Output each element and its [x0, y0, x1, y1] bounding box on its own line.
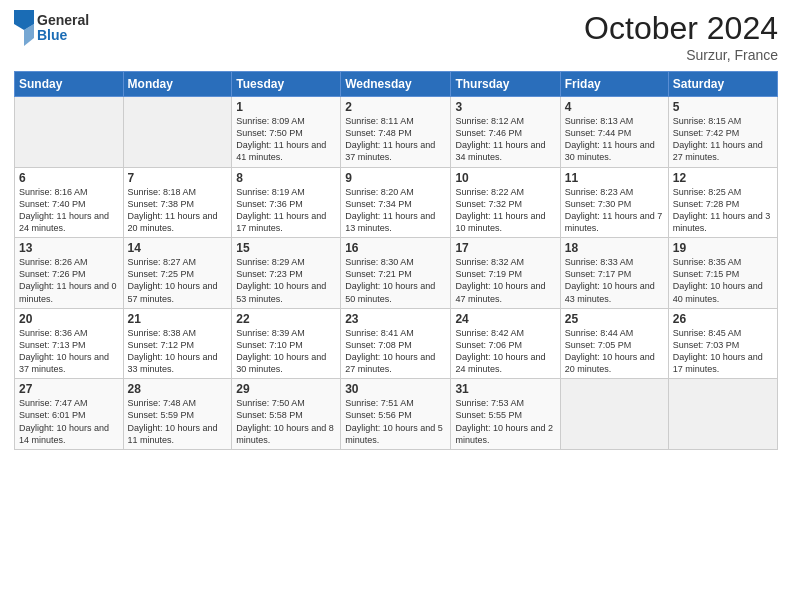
- calendar-cell: 14Sunrise: 8:27 AMSunset: 7:25 PMDayligh…: [123, 238, 232, 309]
- day-info: Sunrise: 8:16 AMSunset: 7:40 PMDaylight:…: [19, 186, 119, 235]
- col-tuesday: Tuesday: [232, 72, 341, 97]
- day-info: Sunrise: 8:09 AMSunset: 7:50 PMDaylight:…: [236, 115, 336, 164]
- calendar-week-row: 1Sunrise: 8:09 AMSunset: 7:50 PMDaylight…: [15, 97, 778, 168]
- calendar-cell: 11Sunrise: 8:23 AMSunset: 7:30 PMDayligh…: [560, 167, 668, 238]
- calendar-cell: 18Sunrise: 8:33 AMSunset: 7:17 PMDayligh…: [560, 238, 668, 309]
- day-number: 26: [673, 312, 773, 326]
- day-number: 18: [565, 241, 664, 255]
- calendar-cell: 25Sunrise: 8:44 AMSunset: 7:05 PMDayligh…: [560, 308, 668, 379]
- day-info: Sunrise: 8:42 AMSunset: 7:06 PMDaylight:…: [455, 327, 555, 376]
- day-number: 21: [128, 312, 228, 326]
- calendar-cell: [668, 379, 777, 450]
- calendar-cell: 23Sunrise: 8:41 AMSunset: 7:08 PMDayligh…: [341, 308, 451, 379]
- col-thursday: Thursday: [451, 72, 560, 97]
- day-info: Sunrise: 7:51 AMSunset: 5:56 PMDaylight:…: [345, 397, 446, 446]
- day-number: 17: [455, 241, 555, 255]
- day-info: Sunrise: 8:41 AMSunset: 7:08 PMDaylight:…: [345, 327, 446, 376]
- day-number: 30: [345, 382, 446, 396]
- calendar-cell: 13Sunrise: 8:26 AMSunset: 7:26 PMDayligh…: [15, 238, 124, 309]
- calendar-week-row: 13Sunrise: 8:26 AMSunset: 7:26 PMDayligh…: [15, 238, 778, 309]
- day-info: Sunrise: 8:15 AMSunset: 7:42 PMDaylight:…: [673, 115, 773, 164]
- day-info: Sunrise: 7:47 AMSunset: 6:01 PMDaylight:…: [19, 397, 119, 446]
- day-number: 7: [128, 171, 228, 185]
- day-number: 12: [673, 171, 773, 185]
- day-number: 23: [345, 312, 446, 326]
- calendar-cell: 1Sunrise: 8:09 AMSunset: 7:50 PMDaylight…: [232, 97, 341, 168]
- calendar-cell: 4Sunrise: 8:13 AMSunset: 7:44 PMDaylight…: [560, 97, 668, 168]
- location: Surzur, France: [584, 47, 778, 63]
- calendar-cell: 5Sunrise: 8:15 AMSunset: 7:42 PMDaylight…: [668, 97, 777, 168]
- day-info: Sunrise: 8:36 AMSunset: 7:13 PMDaylight:…: [19, 327, 119, 376]
- day-info: Sunrise: 8:38 AMSunset: 7:12 PMDaylight:…: [128, 327, 228, 376]
- day-info: Sunrise: 8:18 AMSunset: 7:38 PMDaylight:…: [128, 186, 228, 235]
- day-number: 22: [236, 312, 336, 326]
- day-info: Sunrise: 8:19 AMSunset: 7:36 PMDaylight:…: [236, 186, 336, 235]
- day-info: Sunrise: 8:45 AMSunset: 7:03 PMDaylight:…: [673, 327, 773, 376]
- day-number: 4: [565, 100, 664, 114]
- day-info: Sunrise: 8:12 AMSunset: 7:46 PMDaylight:…: [455, 115, 555, 164]
- calendar-cell: 9Sunrise: 8:20 AMSunset: 7:34 PMDaylight…: [341, 167, 451, 238]
- day-info: Sunrise: 8:27 AMSunset: 7:25 PMDaylight:…: [128, 256, 228, 305]
- day-number: 27: [19, 382, 119, 396]
- day-info: Sunrise: 8:22 AMSunset: 7:32 PMDaylight:…: [455, 186, 555, 235]
- day-info: Sunrise: 8:23 AMSunset: 7:30 PMDaylight:…: [565, 186, 664, 235]
- day-info: Sunrise: 8:11 AMSunset: 7:48 PMDaylight:…: [345, 115, 446, 164]
- day-number: 15: [236, 241, 336, 255]
- day-info: Sunrise: 8:26 AMSunset: 7:26 PMDaylight:…: [19, 256, 119, 305]
- logo-flag-icon: [14, 10, 34, 46]
- col-friday: Friday: [560, 72, 668, 97]
- day-number: 8: [236, 171, 336, 185]
- calendar-cell: [15, 97, 124, 168]
- col-wednesday: Wednesday: [341, 72, 451, 97]
- month-title: October 2024: [584, 10, 778, 47]
- calendar-cell: 17Sunrise: 8:32 AMSunset: 7:19 PMDayligh…: [451, 238, 560, 309]
- col-saturday: Saturday: [668, 72, 777, 97]
- calendar-cell: 22Sunrise: 8:39 AMSunset: 7:10 PMDayligh…: [232, 308, 341, 379]
- calendar-cell: 21Sunrise: 8:38 AMSunset: 7:12 PMDayligh…: [123, 308, 232, 379]
- col-monday: Monday: [123, 72, 232, 97]
- page-container: General Blue October 2024 Surzur, France…: [0, 0, 792, 460]
- calendar-cell: 16Sunrise: 8:30 AMSunset: 7:21 PMDayligh…: [341, 238, 451, 309]
- calendar-cell: 26Sunrise: 8:45 AMSunset: 7:03 PMDayligh…: [668, 308, 777, 379]
- day-number: 2: [345, 100, 446, 114]
- logo-blue-text: Blue: [37, 28, 89, 43]
- day-info: Sunrise: 8:44 AMSunset: 7:05 PMDaylight:…: [565, 327, 664, 376]
- day-number: 20: [19, 312, 119, 326]
- day-number: 3: [455, 100, 555, 114]
- day-number: 29: [236, 382, 336, 396]
- day-number: 5: [673, 100, 773, 114]
- day-number: 1: [236, 100, 336, 114]
- calendar-cell: 29Sunrise: 7:50 AMSunset: 5:58 PMDayligh…: [232, 379, 341, 450]
- days-header-row: Sunday Monday Tuesday Wednesday Thursday…: [15, 72, 778, 97]
- calendar-cell: 6Sunrise: 8:16 AMSunset: 7:40 PMDaylight…: [15, 167, 124, 238]
- day-number: 14: [128, 241, 228, 255]
- header: General Blue October 2024 Surzur, France: [14, 10, 778, 63]
- calendar-cell: 10Sunrise: 8:22 AMSunset: 7:32 PMDayligh…: [451, 167, 560, 238]
- calendar-cell: 7Sunrise: 8:18 AMSunset: 7:38 PMDaylight…: [123, 167, 232, 238]
- day-number: 10: [455, 171, 555, 185]
- calendar-cell: 19Sunrise: 8:35 AMSunset: 7:15 PMDayligh…: [668, 238, 777, 309]
- calendar-week-row: 27Sunrise: 7:47 AMSunset: 6:01 PMDayligh…: [15, 379, 778, 450]
- calendar-table: Sunday Monday Tuesday Wednesday Thursday…: [14, 71, 778, 450]
- day-info: Sunrise: 8:30 AMSunset: 7:21 PMDaylight:…: [345, 256, 446, 305]
- calendar-cell: 31Sunrise: 7:53 AMSunset: 5:55 PMDayligh…: [451, 379, 560, 450]
- calendar-cell: 28Sunrise: 7:48 AMSunset: 5:59 PMDayligh…: [123, 379, 232, 450]
- calendar-cell: 2Sunrise: 8:11 AMSunset: 7:48 PMDaylight…: [341, 97, 451, 168]
- day-number: 6: [19, 171, 119, 185]
- calendar-cell: 15Sunrise: 8:29 AMSunset: 7:23 PMDayligh…: [232, 238, 341, 309]
- calendar-cell: 30Sunrise: 7:51 AMSunset: 5:56 PMDayligh…: [341, 379, 451, 450]
- day-info: Sunrise: 8:32 AMSunset: 7:19 PMDaylight:…: [455, 256, 555, 305]
- day-info: Sunrise: 8:13 AMSunset: 7:44 PMDaylight:…: [565, 115, 664, 164]
- day-info: Sunrise: 8:39 AMSunset: 7:10 PMDaylight:…: [236, 327, 336, 376]
- day-info: Sunrise: 7:53 AMSunset: 5:55 PMDaylight:…: [455, 397, 555, 446]
- title-block: October 2024 Surzur, France: [584, 10, 778, 63]
- day-info: Sunrise: 8:25 AMSunset: 7:28 PMDaylight:…: [673, 186, 773, 235]
- calendar-cell: [560, 379, 668, 450]
- calendar-cell: 12Sunrise: 8:25 AMSunset: 7:28 PMDayligh…: [668, 167, 777, 238]
- day-info: Sunrise: 7:48 AMSunset: 5:59 PMDaylight:…: [128, 397, 228, 446]
- logo: General Blue: [14, 10, 89, 46]
- day-number: 25: [565, 312, 664, 326]
- calendar-cell: 24Sunrise: 8:42 AMSunset: 7:06 PMDayligh…: [451, 308, 560, 379]
- day-info: Sunrise: 8:33 AMSunset: 7:17 PMDaylight:…: [565, 256, 664, 305]
- day-info: Sunrise: 8:35 AMSunset: 7:15 PMDaylight:…: [673, 256, 773, 305]
